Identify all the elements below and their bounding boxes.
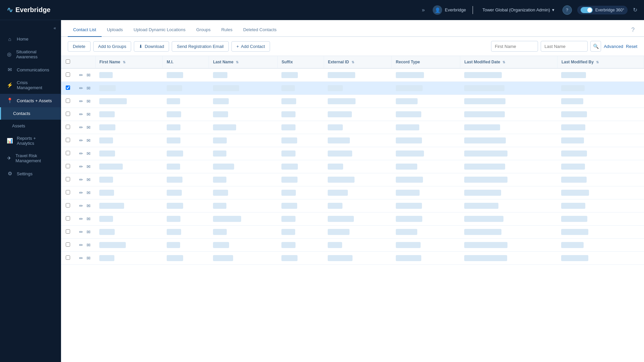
- row-checkbox-cell[interactable]: [61, 239, 74, 252]
- sidebar-item-communications[interactable]: ✉ Communications: [0, 63, 61, 76]
- email-contact-button[interactable]: ✉: [86, 242, 91, 248]
- row-checkbox[interactable]: [66, 203, 70, 207]
- row-checkbox-cell[interactable]: [61, 199, 74, 213]
- edit-contact-button[interactable]: ✏: [78, 202, 84, 209]
- edit-contact-button[interactable]: ✏: [78, 242, 84, 248]
- select-all-checkbox[interactable]: [66, 59, 70, 64]
- org-selector[interactable]: Tower Global (Organization Admin) ▾: [480, 6, 557, 14]
- row-checkbox[interactable]: [66, 164, 70, 168]
- email-contact-button[interactable]: ✉: [86, 98, 91, 105]
- email-contact-button[interactable]: ✉: [86, 176, 91, 183]
- edit-contact-button[interactable]: ✏: [78, 98, 84, 105]
- row-checkbox-cell[interactable]: [61, 173, 74, 186]
- row-checkbox[interactable]: [66, 229, 70, 234]
- sidebar-item-assets[interactable]: Assets: [0, 120, 61, 132]
- edit-contact-button[interactable]: ✏: [78, 85, 84, 92]
- email-contact-button[interactable]: ✉: [86, 229, 91, 235]
- row-checkbox-cell[interactable]: [61, 82, 74, 95]
- row-checkbox[interactable]: [66, 112, 70, 116]
- edit-contact-button[interactable]: ✏: [78, 111, 84, 118]
- tab-help-button[interactable]: ?: [629, 24, 637, 36]
- last-modified-date-column-header[interactable]: Last Modified Date ⇅: [460, 56, 557, 68]
- row-checkbox-cell[interactable]: [61, 226, 74, 239]
- sidebar-item-home[interactable]: ⌂ Home: [0, 33, 61, 46]
- last-name-column-header[interactable]: Last Name ⇅: [209, 56, 277, 68]
- edit-contact-button[interactable]: ✏: [78, 163, 84, 170]
- tab-rules[interactable]: Rules: [216, 23, 238, 37]
- edit-contact-button[interactable]: ✏: [78, 137, 84, 144]
- row-checkbox[interactable]: [66, 138, 70, 142]
- row-checkbox[interactable]: [66, 125, 70, 129]
- row-checkbox-cell[interactable]: [61, 108, 74, 121]
- last-name-search-input[interactable]: [541, 41, 588, 52]
- checkbox-column-header[interactable]: [61, 56, 74, 68]
- sidebar-item-reports-analytics[interactable]: 📊 Reports + Analytics: [0, 132, 61, 149]
- tab-upload-dynamic[interactable]: Upload Dynamic Locations: [128, 23, 191, 37]
- edit-contact-button[interactable]: ✏: [78, 229, 84, 235]
- last-modified-by-column-header[interactable]: Last Modified By ⇅: [557, 56, 644, 68]
- add-contact-button[interactable]: + Add Contact: [231, 41, 270, 52]
- advanced-search-link[interactable]: Advanced: [604, 44, 623, 49]
- email-contact-button[interactable]: ✉: [86, 189, 91, 196]
- row-checkbox[interactable]: [66, 151, 70, 155]
- row-checkbox[interactable]: [66, 255, 70, 260]
- email-contact-button[interactable]: ✉: [86, 216, 91, 222]
- sidebar-item-contacts-assets[interactable]: 📍 Contacts + Assets: [0, 94, 61, 107]
- email-contact-button[interactable]: ✉: [86, 72, 91, 78]
- sidebar-item-crisis-management[interactable]: ⚡ Crisis Management: [0, 76, 61, 94]
- delete-button[interactable]: Delete: [68, 41, 91, 52]
- row-checkbox-cell[interactable]: [61, 252, 74, 265]
- refresh-button[interactable]: ↻: [633, 7, 637, 13]
- tab-uploads[interactable]: Uploads: [102, 23, 128, 37]
- edit-contact-button[interactable]: ✏: [78, 189, 84, 196]
- download-button[interactable]: ⬇ Download: [134, 41, 169, 52]
- row-checkbox[interactable]: [66, 99, 70, 103]
- edit-contact-button[interactable]: ✏: [78, 150, 84, 157]
- row-checkbox[interactable]: [66, 72, 70, 77]
- row-checkbox[interactable]: [66, 190, 70, 194]
- row-checkbox-cell[interactable]: [61, 134, 74, 147]
- email-contact-button[interactable]: ✉: [86, 111, 91, 118]
- external-id-column-header[interactable]: External ID ⇅: [324, 56, 391, 68]
- expand-button[interactable]: »: [419, 6, 427, 14]
- search-button[interactable]: 🔍: [590, 41, 601, 52]
- tab-groups[interactable]: Groups: [191, 23, 216, 37]
- first-name-column-header[interactable]: First Name ⇅: [95, 56, 163, 68]
- add-to-groups-button[interactable]: Add to Groups: [93, 41, 131, 52]
- row-checkbox[interactable]: [66, 216, 70, 221]
- tab-contact-list[interactable]: Contact List: [68, 23, 102, 37]
- row-checkbox-cell[interactable]: [61, 213, 74, 226]
- row-checkbox[interactable]: [66, 85, 70, 90]
- row-checkbox[interactable]: [66, 242, 70, 247]
- first-name-search-input[interactable]: [491, 41, 538, 52]
- sidebar-item-contacts[interactable]: Contacts: [0, 107, 61, 120]
- row-checkbox-cell[interactable]: [61, 95, 74, 108]
- send-email-button[interactable]: Send Registration Email: [172, 41, 228, 52]
- row-checkbox-cell[interactable]: [61, 147, 74, 160]
- sidebar-item-travel-risk[interactable]: ✈ Travel Risk Management: [0, 149, 61, 167]
- email-contact-button[interactable]: ✉: [86, 137, 91, 144]
- help-button[interactable]: ?: [562, 5, 572, 15]
- row-checkbox[interactable]: [66, 177, 70, 181]
- email-contact-button[interactable]: ✉: [86, 124, 91, 131]
- row-checkbox-cell[interactable]: [61, 68, 74, 82]
- sidebar-item-settings[interactable]: ⚙ Settings: [0, 167, 61, 180]
- reset-search-link[interactable]: Reset: [626, 44, 637, 49]
- toggle-switch[interactable]: [581, 7, 593, 13]
- sidebar-item-situational-awareness[interactable]: ◎ Situational Awareness: [0, 46, 61, 63]
- tab-deleted-contacts[interactable]: Deleted Contacts: [238, 23, 282, 37]
- collapse-sidebar-button[interactable]: «: [0, 23, 61, 33]
- email-contact-button[interactable]: ✉: [86, 150, 91, 157]
- edit-contact-button[interactable]: ✏: [78, 176, 84, 183]
- email-contact-button[interactable]: ✉: [86, 163, 91, 170]
- email-contact-button[interactable]: ✉: [86, 202, 91, 209]
- email-contact-button[interactable]: ✉: [86, 255, 91, 261]
- row-checkbox-cell[interactable]: [61, 160, 74, 173]
- row-checkbox-cell[interactable]: [61, 186, 74, 199]
- edit-contact-button[interactable]: ✏: [78, 72, 84, 78]
- email-contact-button[interactable]: ✉: [86, 85, 91, 92]
- row-checkbox-cell[interactable]: [61, 121, 74, 134]
- edit-contact-button[interactable]: ✏: [78, 255, 84, 261]
- edit-contact-button[interactable]: ✏: [78, 216, 84, 222]
- edit-contact-button[interactable]: ✏: [78, 124, 84, 131]
